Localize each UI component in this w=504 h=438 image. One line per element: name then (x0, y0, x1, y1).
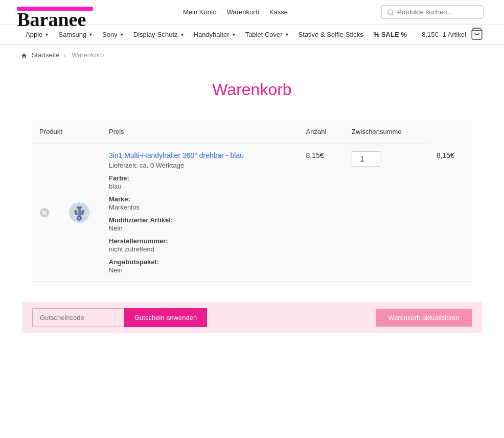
nav-display-schutz[interactable]: Display-Schutz ▾ (128, 25, 189, 44)
page-title-section: Warenkorb (0, 65, 504, 109)
update-cart-button[interactable]: Warenkorb aktualisieren (376, 309, 472, 327)
subtotal-cell: 8,15€ (429, 144, 472, 282)
product-attr-hersteller: Herstellernummer: nicht zutreffend (109, 237, 292, 253)
cart-container: Produkt Preis Anzahl Zwischensumme (22, 120, 482, 282)
cart-icon-wrap[interactable] (470, 27, 484, 42)
svg-line-1 (392, 13, 394, 15)
breadcrumb: Startseite › Warenkorb (0, 45, 504, 65)
search-bar (381, 5, 484, 19)
col-price: Preis (102, 120, 299, 144)
chevron-down-icon: ▾ (286, 32, 288, 37)
home-icon (20, 53, 28, 59)
top-nav: Mein Konto Warenkorb Kasse (183, 8, 288, 16)
attr-value-hersteller: nicht zutreffend (109, 245, 292, 253)
svg-point-10 (78, 217, 80, 219)
product-attr-marke: Marke: Markenlos (109, 195, 292, 211)
cart-count: 1 Artikel (443, 31, 466, 38)
chevron-down-icon: ▾ (45, 32, 48, 37)
col-subtotal: Zwischensumme (345, 120, 429, 144)
attr-value-modifiziert: Nein (109, 224, 292, 232)
cart-table: Produkt Preis Anzahl Zwischensumme (32, 120, 472, 282)
logo-text: Baranee (17, 8, 93, 11)
attr-label-hersteller: Herstellernummer: (109, 237, 292, 245)
cart-actions: Gutschein anwenden Warenkorb aktualisier… (22, 302, 482, 333)
attr-label-modifiziert: Modifizierter Artikel: (109, 216, 292, 224)
product-attr-color: Farbe: blau (109, 174, 292, 190)
breadcrumb-separator: › (63, 51, 65, 59)
product-attr-modifiziert: Modifizierter Artikel: Nein (109, 216, 292, 232)
cart-amount: 8,15€ (422, 31, 439, 38)
chevron-down-icon: ▾ (121, 32, 123, 37)
attr-value-angebots: Nein (109, 266, 292, 274)
breadcrumb-home-link[interactable]: Startseite (32, 51, 60, 59)
nav-handyhalter[interactable]: Handyhalter ▾ (189, 25, 240, 44)
product-name-link[interactable]: 3in1 Multi-Handyhalter 360° drehbar - bl… (109, 151, 244, 159)
search-icon (387, 9, 394, 16)
search-input[interactable] (397, 8, 478, 16)
product-image (64, 197, 95, 228)
attr-label-marke: Marke: (109, 195, 292, 203)
product-attr-angebots: Angebotspaket: Nein (109, 258, 292, 274)
cart-icon (470, 27, 484, 40)
coupon-button[interactable]: Gutschein anwenden (124, 308, 207, 327)
coupon-area: Gutschein anwenden (32, 308, 207, 327)
chevron-down-icon: ▾ (233, 32, 235, 37)
nav-stative[interactable]: Stative & Selfie-Sticks (293, 25, 369, 44)
product-thumbnail (65, 199, 94, 227)
warenkorb-link[interactable]: Warenkorb (227, 8, 259, 16)
close-icon (39, 208, 50, 218)
table-header-row: Produkt Preis Anzahl Zwischensumme (32, 120, 472, 144)
attr-label-angebots: Angebotspaket: (109, 258, 292, 266)
cart-summary: 8,15€ 1 Artikel (422, 27, 484, 42)
chevron-down-icon: ▾ (89, 32, 92, 37)
product-details-cell: 3in1 Multi-Handyhalter 360° drehbar - bl… (102, 144, 299, 282)
price-cell: 8,15€ (299, 144, 345, 282)
remove-button[interactable] (39, 208, 50, 218)
nav-sale[interactable]: % SALE % (369, 25, 412, 44)
chevron-down-icon: ▾ (181, 32, 184, 37)
nav-tablet-cover[interactable]: Tablet Cover ▾ (240, 25, 293, 44)
attr-label-color: Farbe: (109, 174, 292, 182)
mein-konto-link[interactable]: Mein Konto (183, 8, 217, 16)
quantity-input[interactable] (352, 151, 380, 167)
coupon-input[interactable] (32, 308, 124, 327)
image-cell (57, 144, 102, 282)
attr-value-color: blau (109, 182, 292, 190)
kasse-link[interactable]: Kasse (269, 8, 288, 16)
col-quantity: Anzahl (299, 120, 345, 144)
col-product: Produkt (32, 120, 102, 144)
remove-cell (32, 144, 57, 282)
top-header: Baranee Mein Konto Warenkorb Kasse (0, 0, 504, 25)
breadcrumb-current: Warenkorb (72, 51, 104, 59)
attr-value-marke: Markenlos (109, 203, 292, 211)
delivery-info: Lieferzeit: ca. 0 Werktage (109, 162, 292, 169)
svg-point-0 (388, 9, 393, 14)
page-title: Warenkorb (0, 80, 504, 99)
nav-sony[interactable]: Sony ▾ (97, 25, 128, 44)
quantity-cell (345, 144, 429, 282)
table-row: 3in1 Multi-Handyhalter 360° drehbar - bl… (32, 144, 472, 282)
